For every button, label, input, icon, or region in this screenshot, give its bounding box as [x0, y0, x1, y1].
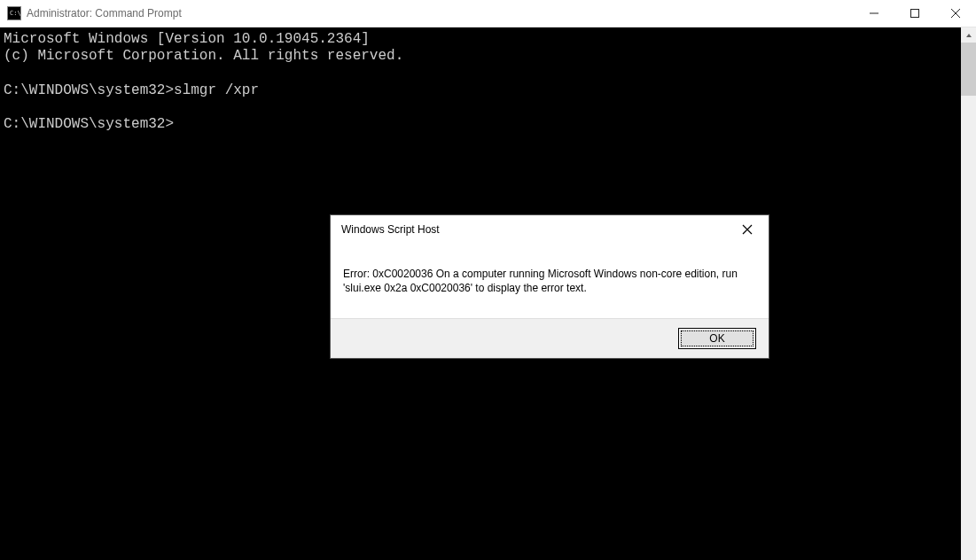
vertical-scrollbar[interactable] [961, 27, 976, 560]
terminal-line: C:\WINDOWS\system32> [4, 116, 174, 132]
dialog-title: Windows Script Host [341, 223, 733, 236]
minimize-button[interactable] [854, 0, 894, 27]
dialog-footer: OK [331, 318, 769, 358]
maximize-button[interactable] [894, 0, 935, 27]
dialog-titlebar: Windows Script Host [331, 215, 769, 244]
cmd-icon: C:\ [7, 6, 21, 20]
main-titlebar: C:\ Administrator: Command Prompt [0, 0, 976, 27]
terminal-area: Microsoft Windows [Version 10.0.19045.23… [0, 27, 976, 560]
svg-rect-1 [911, 10, 919, 18]
window-title: Administrator: Command Prompt [27, 7, 854, 19]
close-button[interactable] [935, 0, 976, 27]
dialog-message: Error: 0xC0020036 On a computer running … [331, 244, 769, 318]
scrollbar-thumb[interactable] [961, 43, 976, 96]
terminal-line: C:\WINDOWS\system32>slmgr /xpr [4, 82, 259, 98]
terminal-line: (c) Microsoft Corporation. All rights re… [4, 48, 403, 64]
scroll-up-arrow-icon[interactable] [961, 27, 976, 43]
window-controls [854, 0, 976, 27]
dialog-close-button[interactable] [733, 217, 761, 242]
ok-button[interactable]: OK [678, 328, 756, 349]
terminal-line: Microsoft Windows [Version 10.0.19045.23… [4, 31, 370, 47]
error-dialog: Windows Script Host Error: 0xC0020036 On… [330, 214, 769, 359]
